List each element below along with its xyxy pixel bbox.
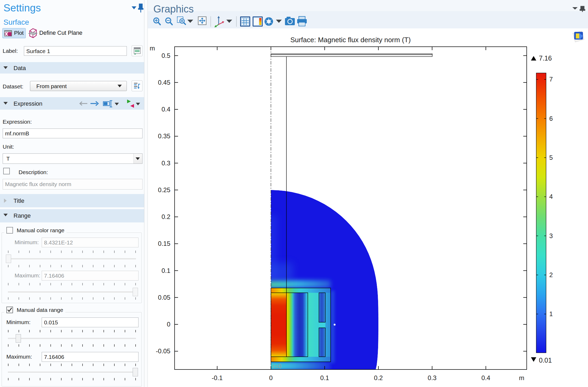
svg-text:0: 0 [269, 374, 273, 381]
svg-text:m: m [519, 374, 524, 381]
svg-text:0.3: 0.3 [162, 160, 170, 167]
svg-text:-0.05: -0.05 [156, 347, 170, 355]
svg-text:0.3: 0.3 [428, 374, 436, 381]
svg-text:m: m [150, 45, 155, 52]
svg-text:0.15: 0.15 [158, 240, 170, 247]
svg-text:0.2: 0.2 [162, 213, 170, 220]
svg-text:0.35: 0.35 [158, 132, 170, 140]
svg-text:5: 5 [549, 154, 553, 161]
svg-text:6: 6 [549, 115, 553, 122]
svg-text:0.5: 0.5 [162, 52, 170, 59]
svg-text:0: 0 [167, 321, 170, 328]
svg-text:0.4: 0.4 [481, 374, 490, 381]
svg-text:4: 4 [549, 193, 553, 200]
svg-text:0.2: 0.2 [374, 374, 383, 381]
svg-text:0.05: 0.05 [158, 294, 170, 301]
svg-text:Graphics: Graphics [153, 3, 194, 15]
svg-text:-0.1: -0.1 [212, 374, 223, 381]
svg-text:3: 3 [549, 232, 553, 239]
svg-text:Surface: Magnetic flux density: Surface: Magnetic flux density norm (T) [290, 36, 411, 44]
svg-text:0.1: 0.1 [162, 267, 170, 274]
svg-text:7.16: 7.16 [539, 54, 552, 62]
svg-text:0.4: 0.4 [162, 106, 170, 113]
svg-text:2: 2 [549, 271, 553, 278]
svg-text:0.1: 0.1 [320, 374, 329, 381]
svg-text:r=0: r=0 [273, 363, 282, 370]
svg-text:0.01: 0.01 [539, 356, 552, 364]
svg-text:0.45: 0.45 [158, 79, 170, 86]
svg-text:0.25: 0.25 [158, 186, 170, 194]
svg-text:7: 7 [549, 76, 553, 83]
svg-text:1: 1 [549, 310, 553, 317]
